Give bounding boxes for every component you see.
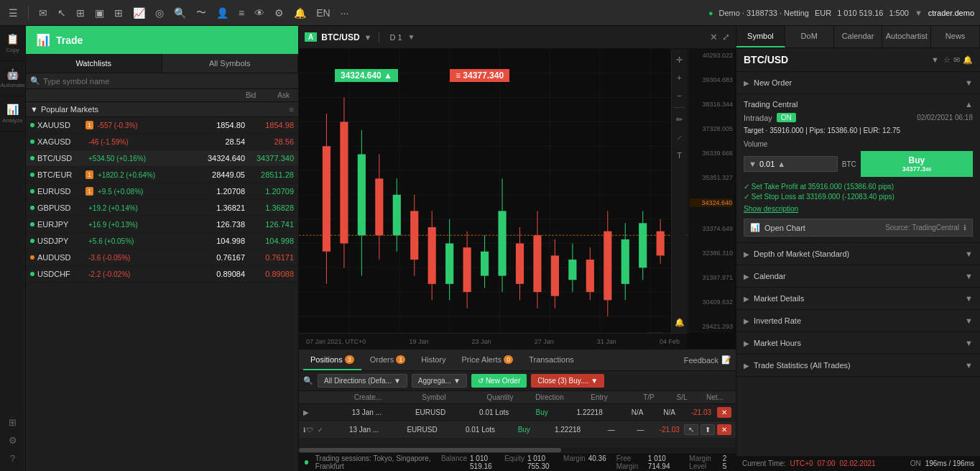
tab-dom[interactable]: DoM: [785, 26, 834, 47]
close-position-button[interactable]: ✕: [717, 407, 731, 418]
list-item[interactable]: AUDUSD -3.6 (-0.05%) 0.76167 0.76171: [26, 250, 298, 266]
eye-icon[interactable]: 👁: [251, 6, 267, 20]
list-item[interactable]: XAUUSD 1 -557 (-0.3%) 1854.80 1854.98: [26, 117, 298, 134]
show-description-link[interactable]: Show description: [744, 205, 973, 213]
dom-header[interactable]: ▶ Depth of Market (Standard) ▼: [736, 243, 980, 265]
tab-news[interactable]: News: [931, 26, 980, 47]
popular-markets-header[interactable]: ▼ Popular Markets ≡: [26, 102, 298, 117]
star-icon[interactable]: ☆: [943, 55, 951, 65]
crosshair-icon[interactable]: ✛: [672, 52, 688, 68]
nav-bottom-icon-2[interactable]: ⚙: [6, 434, 20, 447]
pencil-icon[interactable]: ✏: [672, 111, 688, 127]
trade-stats-header[interactable]: ▶ Trade Statistics (All Trades) ▼: [736, 355, 980, 376]
chart-header: A BTC/USD ▼ D 1 ▼ ✕ ⤢: [299, 26, 736, 49]
account-name[interactable]: ctrader.demo: [928, 9, 974, 17]
line-icon[interactable]: ⟋: [672, 129, 688, 145]
tc-header[interactable]: Trading Central ▲: [744, 100, 973, 109]
market-ask: 0.89088: [251, 270, 294, 278]
list-item[interactable]: USDJPY +5.6 (+0.05%) 104.998 104.998: [26, 233, 298, 250]
calendar-header[interactable]: ▶ Calendar ▼: [736, 265, 980, 287]
market-name: EURJPY: [37, 220, 84, 229]
vol-down[interactable]: ▼: [749, 160, 757, 168]
intraday-toggle[interactable]: ON: [777, 113, 796, 122]
info-icon[interactable]: ℹ: [303, 426, 305, 434]
right-panel-status: Current Time: UTC+0 07:00 02.02.2021 ON …: [736, 455, 980, 471]
more-icon[interactable]: ···: [338, 6, 352, 20]
vol-up[interactable]: ▲: [777, 160, 785, 168]
alert-icon[interactable]: 🔔: [672, 314, 688, 330]
nav-item-automate[interactable]: 🤖 Automate: [0, 61, 26, 96]
symbol-dropdown[interactable]: ▼: [931, 55, 939, 64]
market-details-header[interactable]: ▶ Market Details ▼: [736, 288, 980, 309]
sort-icon[interactable]: ≡: [290, 105, 294, 114]
col-entry: Entry: [566, 393, 632, 401]
row-expand[interactable]: ▶: [303, 408, 318, 416]
list-item[interactable]: XAGUSD -46 (-1.59%) 28.54 28.56: [26, 134, 298, 150]
mail-icon[interactable]: ✉: [953, 55, 960, 65]
bell-icon[interactable]: 🔔: [963, 55, 973, 65]
list-item[interactable]: EURJPY +16.9 (+0.13%) 126.738 126.741: [26, 216, 298, 233]
up-position-button[interactable]: ⬆: [701, 424, 715, 435]
monitor-icon[interactable]: ⊞: [73, 6, 88, 20]
cursor-icon[interactable]: ↖: [55, 6, 69, 20]
zoom-out-icon[interactable]: −: [672, 88, 688, 104]
email-icon[interactable]: ✉: [36, 6, 50, 20]
list-item[interactable]: EURUSD 1 +9.5 (+0.08%) 1.20708 1.20709: [26, 183, 298, 200]
nav-item-analyze[interactable]: 📊 Analyze: [0, 96, 26, 132]
text-icon[interactable]: T: [672, 147, 688, 163]
aggregation-dropdown[interactable]: Aggrega... ▼: [412, 374, 467, 388]
speaker-icon[interactable]: 🔔: [291, 6, 309, 20]
market-name: USDJPY: [37, 237, 84, 245]
tab-history[interactable]: History: [414, 349, 453, 370]
grid-icon[interactable]: ⊞: [111, 6, 126, 20]
layers-icon[interactable]: ≡: [236, 6, 247, 20]
list-item[interactable]: BTC/EUR 1 +1820.2 (+0.64%) 28449.05 2851…: [26, 167, 298, 183]
tab-transactions[interactable]: Transactions: [522, 349, 581, 370]
tab-positions[interactable]: Positions 3: [303, 349, 361, 370]
chart-icon[interactable]: 📈: [130, 6, 148, 20]
feedback-button[interactable]: Feedback 📝: [684, 355, 731, 365]
search2-icon[interactable]: 🔍: [171, 6, 189, 20]
wave-icon[interactable]: 〜: [193, 5, 209, 21]
nav-position-button[interactable]: ↖: [684, 424, 698, 435]
close-positions-button[interactable]: Close (3) Buy.... ▼: [531, 374, 604, 388]
nav-bottom-icon-3[interactable]: ?: [7, 452, 18, 465]
nav-item-copy[interactable]: 📋 Copy: [0, 26, 26, 61]
nav-bottom-icon-1[interactable]: ⊞: [6, 416, 19, 429]
chart-expand-icon[interactable]: ⤢: [722, 32, 730, 42]
tools-icon[interactable]: ⚙: [272, 6, 287, 20]
inverted-rate-header[interactable]: ▶ Inverted Rate ▼: [736, 310, 980, 331]
menu-icon[interactable]: ☰: [6, 6, 21, 20]
chart-symbol-arrow[interactable]: ▼: [364, 33, 372, 42]
tab-all-symbols[interactable]: All Symbols: [162, 54, 299, 73]
open-chart-button[interactable]: 📊 Open Chart Source: TradingCentral ℹ: [744, 219, 973, 237]
window-icon[interactable]: ▣: [92, 6, 107, 20]
target-icon[interactable]: ◎: [152, 6, 167, 20]
close-position-button-2[interactable]: ✕: [717, 424, 731, 435]
flag-icon[interactable]: EN: [313, 6, 333, 20]
buy-button[interactable]: Buy 34377.340: [861, 151, 973, 177]
tab-orders[interactable]: Orders 1: [363, 349, 413, 370]
new-order-header[interactable]: ▶ New Order ▼: [736, 72, 980, 93]
volume-input-field[interactable]: ▼ 0.01 ▲: [744, 156, 838, 172]
chart-tf-arrow[interactable]: ▼: [408, 33, 415, 41]
chart-close-icon[interactable]: ✕: [710, 32, 718, 42]
list-item-active[interactable]: BTC/USD +534.50 (+0.16%) 34324.640 34377…: [26, 150, 298, 167]
status-dot: [30, 189, 34, 193]
market-change: -557 (-0.3%): [93, 122, 195, 129]
tab-calendar[interactable]: Calendar: [834, 26, 883, 47]
tab-autochartist[interactable]: Autochartist: [882, 26, 931, 47]
tab-watchlists[interactable]: Watchlists: [26, 54, 162, 73]
market-hours-header[interactable]: ▶ Market Hours ▼: [736, 332, 980, 354]
shield-icon[interactable]: 🛡: [307, 426, 313, 434]
zoom-in-icon[interactable]: +: [672, 70, 688, 86]
new-order-button[interactable]: ↺ New Order: [471, 374, 527, 388]
directions-dropdown[interactable]: All Directions (Defa... ▼: [318, 374, 407, 388]
tab-price-alerts[interactable]: Price Alerts 0: [455, 349, 521, 370]
list-item[interactable]: GBPUSD +19.2 (+0.14%) 1.36821 1.36828: [26, 200, 298, 216]
list-item[interactable]: USDCHF -2.2 (-0.02%) 0.89084 0.89088: [26, 266, 298, 283]
check-icon[interactable]: ✓: [318, 426, 323, 434]
search-input[interactable]: [43, 77, 294, 86]
social-icon[interactable]: 👤: [213, 6, 231, 20]
tab-symbol[interactable]: Symbol: [736, 26, 785, 47]
